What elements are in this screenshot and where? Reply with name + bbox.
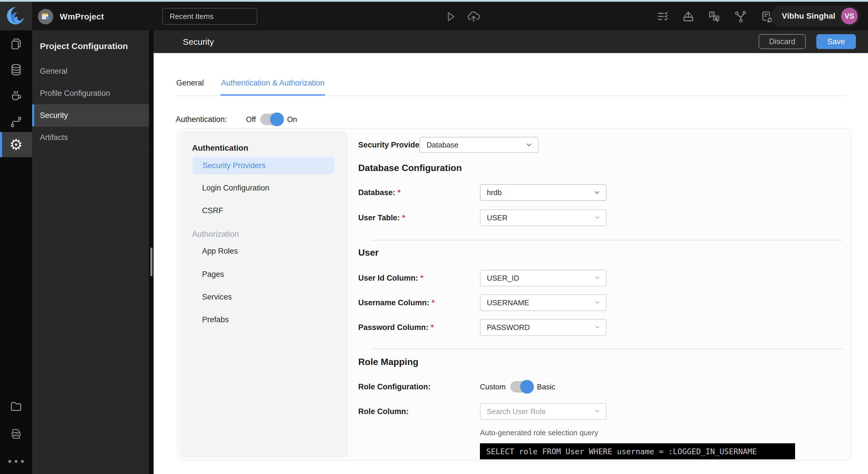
- security-provider-label: Security Provider: [358, 137, 423, 153]
- chevron-down-icon: [594, 408, 601, 417]
- role-mapping-heading: Role Mapping: [358, 357, 418, 367]
- tasks-button[interactable]: [656, 10, 670, 23]
- discard-button[interactable]: Discard: [758, 34, 806, 49]
- user-table-value: USER: [487, 214, 507, 222]
- role-configuration-label: Role Configuration:: [358, 380, 431, 394]
- nav-item-general[interactable]: General: [32, 60, 149, 82]
- sidebar-item-pages[interactable]: [0, 35, 32, 53]
- database-configuration-heading: Database Configuration: [358, 163, 462, 173]
- database-value: hrdb: [487, 188, 502, 197]
- password-column-select[interactable]: PASSWORD: [480, 319, 607, 336]
- role-column-select[interactable]: Search User Role: [480, 403, 607, 420]
- tab-bar: General Authentication & Authorization: [176, 76, 325, 96]
- toggle-knob: [520, 380, 534, 394]
- svg-text:LOG: LOG: [13, 433, 19, 436]
- panel-scroll-track: [149, 30, 154, 474]
- nav-item-artifacts[interactable]: Artifacts: [32, 127, 149, 149]
- password-column-value: PASSWORD: [487, 323, 530, 332]
- user-avatar: VS: [841, 8, 858, 24]
- pages-icon: [9, 37, 23, 51]
- user-name: Vibhu Singhal: [782, 11, 835, 21]
- database-icon: [9, 63, 23, 76]
- sidebar-item-logs[interactable]: LOG: [0, 425, 32, 443]
- tab-general[interactable]: General: [176, 76, 205, 96]
- svg-text:A: A: [711, 12, 713, 16]
- project-name: WmProject: [60, 12, 104, 22]
- username-column-value: USERNAME: [487, 298, 529, 307]
- topbar: WmProject Recent Items: [0, 2, 868, 30]
- security-provider-form: Security Provider Database Database Conf…: [178, 129, 851, 461]
- app-window: WmProject Recent Items: [0, 0, 868, 474]
- authentication-toggle-row: Authentication: Off On: [176, 111, 297, 127]
- page-header: Security Discard Save: [154, 30, 868, 53]
- section-divider: [371, 240, 843, 241]
- username-column-select[interactable]: USERNAME: [480, 294, 607, 311]
- recent-items-label: Recent Items: [169, 12, 214, 21]
- tab-authentication-authorization[interactable]: Authentication & Authorization: [220, 76, 325, 96]
- panel-title: Project Configuration: [32, 30, 149, 60]
- role-configuration-toggle[interactable]: [510, 381, 532, 392]
- nav-item-profile-configuration[interactable]: Profile Configuration: [32, 82, 149, 104]
- log-file-icon: LOG: [9, 428, 23, 441]
- sidebar-item-files[interactable]: [0, 398, 32, 415]
- role-custom-label: Custom: [480, 382, 506, 391]
- role-basic-label: Basic: [537, 382, 555, 391]
- database-select[interactable]: hrdb: [480, 184, 607, 201]
- localization-button[interactable]: A: [707, 10, 721, 24]
- apis-icon: [9, 115, 23, 129]
- tab-divider: [176, 96, 845, 96]
- sidebar-item-database[interactable]: [0, 61, 32, 78]
- more-icon: [8, 460, 24, 463]
- section-divider: [371, 349, 843, 349]
- authentication-label: Authentication:: [176, 115, 246, 124]
- wave-logo-icon: [6, 5, 26, 27]
- authentication-toggle[interactable]: [260, 114, 282, 125]
- settings-gear-icon: ⚙: [9, 137, 23, 152]
- database-label: Database:*: [358, 184, 401, 201]
- cloud-upload-icon: [466, 9, 481, 24]
- chevron-down-icon: [593, 189, 601, 198]
- chevron-down-icon: [594, 299, 601, 308]
- security-provider-value: Database: [427, 140, 458, 150]
- recent-items-input[interactable]: Recent Items: [162, 8, 257, 25]
- user-id-column-select[interactable]: USER_ID: [480, 270, 607, 286]
- content-area: Security Discard Save General Authentica…: [154, 30, 868, 474]
- security-settings-card: Authentication Security Providers Login …: [177, 128, 851, 460]
- deploy-button[interactable]: [466, 9, 481, 24]
- role-selection-query: SELECT role FROM User WHERE username = :…: [480, 443, 795, 460]
- security-provider-select[interactable]: Database: [420, 137, 538, 153]
- chevron-down-icon: [594, 324, 601, 333]
- password-column-label: Password Column:*: [358, 319, 434, 336]
- project-chip[interactable]: WmProject: [38, 9, 104, 25]
- wavemaker-logo[interactable]: [0, 2, 32, 30]
- chevron-down-icon: [525, 141, 533, 151]
- sidebar-item-java-services[interactable]: [0, 87, 32, 104]
- play-icon: [443, 9, 457, 23]
- version-control-button[interactable]: [734, 10, 747, 24]
- save-button[interactable]: Save: [816, 34, 856, 49]
- project-avatar-icon: [38, 9, 53, 24]
- sidebar-item-more[interactable]: [0, 453, 32, 470]
- user-table-select[interactable]: USER: [480, 210, 607, 226]
- role-configuration-toggle-row: Custom Basic: [480, 380, 555, 394]
- user-id-column-value: USER_ID: [487, 274, 519, 283]
- nav-item-security[interactable]: Security: [32, 104, 149, 127]
- toggle-knob: [270, 113, 284, 126]
- export-icon: [682, 10, 695, 23]
- user-id-column-label: User Id Column:*: [358, 270, 423, 286]
- user-table-label: User Table:*: [358, 210, 405, 226]
- language-icon: A: [707, 10, 721, 24]
- page-title: Security: [183, 30, 214, 53]
- sidebar-item-apis[interactable]: [0, 113, 32, 131]
- folder-icon: [9, 400, 23, 413]
- java-coffee-icon: [9, 89, 23, 102]
- project-config-panel: Project Configuration General Profile Co…: [32, 30, 149, 474]
- panel-scroll-thumb[interactable]: [150, 248, 152, 276]
- user-menu[interactable]: Vibhu Singhal VS: [771, 6, 860, 26]
- export-button[interactable]: [682, 10, 695, 23]
- git-branch-icon: [734, 10, 747, 24]
- user-section-heading: User: [358, 247, 379, 258]
- username-column-label: Username Column:*: [358, 294, 435, 311]
- run-button[interactable]: [443, 9, 457, 23]
- sidebar-item-settings[interactable]: ⚙: [0, 136, 32, 153]
